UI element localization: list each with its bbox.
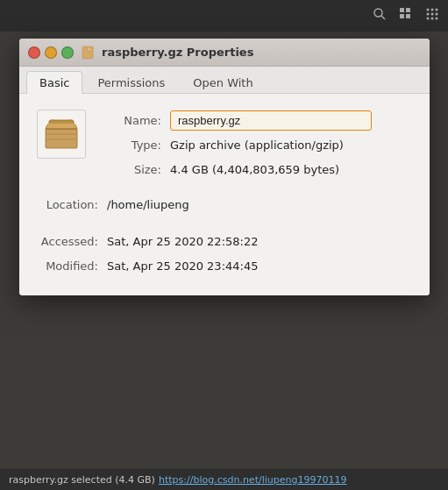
size-label: Size: <box>100 163 170 176</box>
name-row: Name: <box>100 110 412 131</box>
type-value: Gzip archive (application/gzip) <box>170 138 344 152</box>
window-title: raspberry.gz Properties <box>102 46 421 59</box>
file-icon-box <box>37 110 86 159</box>
svg-line-1 <box>381 16 385 19</box>
grid-icon[interactable] <box>399 7 413 25</box>
svg-point-12 <box>427 18 430 20</box>
size-value: 4.4 GB (4,404,803,659 bytes) <box>170 163 339 176</box>
tab-open-with[interactable]: Open With <box>180 71 266 94</box>
type-row: Type: Gzip archive (application/gzip) <box>100 134 412 155</box>
tab-basic[interactable]: Basic <box>26 71 82 94</box>
location-row: Location: /home/liupeng <box>37 194 412 215</box>
close-button[interactable] <box>28 46 40 59</box>
status-bar: raspberry.gz selected (4.4 GB) https://b… <box>0 469 448 490</box>
name-input[interactable] <box>170 110 372 131</box>
title-file-icon <box>81 46 95 60</box>
modified-label: Modified: <box>37 259 107 273</box>
title-bar: raspberry.gz Properties <box>19 39 430 67</box>
status-link[interactable]: https://blog.csdn.net/liupeng19970119 <box>159 474 346 486</box>
svg-point-13 <box>431 18 434 20</box>
file-icon-area: Name: Type: Gzip archive (application/gz… <box>37 110 412 183</box>
top-bar <box>0 0 448 32</box>
fields-block: Name: Type: Gzip archive (application/gz… <box>100 110 412 183</box>
svg-point-8 <box>436 9 438 11</box>
window-buttons <box>28 46 74 59</box>
svg-point-0 <box>374 9 382 17</box>
location-label: Location: <box>37 198 107 211</box>
size-row: Size: 4.4 GB (4,404,803,659 bytes) <box>100 159 412 180</box>
svg-rect-2 <box>400 8 404 12</box>
svg-point-14 <box>436 18 438 20</box>
location-value: /home/liupeng <box>107 198 189 211</box>
svg-point-9 <box>427 13 430 16</box>
maximize-button[interactable] <box>61 46 74 59</box>
properties-window: raspberry.gz Properties Basic Permission… <box>19 39 430 295</box>
apps-icon[interactable] <box>425 7 439 25</box>
modified-row: Modified: Sat, Apr 25 2020 23:44:45 <box>37 255 412 276</box>
svg-point-10 <box>431 13 434 16</box>
tab-permissions[interactable]: Permissions <box>84 71 178 94</box>
accessed-row: Accessed: Sat, Apr 25 2020 22:58:22 <box>37 231 412 252</box>
archive-icon <box>44 118 79 150</box>
tab-bar: Basic Permissions Open With <box>19 67 430 94</box>
svg-rect-4 <box>400 14 404 18</box>
content-area: Name: Type: Gzip archive (application/gz… <box>19 94 430 295</box>
svg-point-7 <box>431 9 434 11</box>
type-label: Type: <box>100 138 170 152</box>
modified-value: Sat, Apr 25 2020 23:44:45 <box>107 259 258 273</box>
svg-rect-16 <box>46 129 77 148</box>
accessed-label: Accessed: <box>37 235 107 248</box>
status-selected-text: raspberry.gz selected (4.4 GB) <box>9 474 155 486</box>
search-icon[interactable] <box>373 7 387 25</box>
accessed-value: Sat, Apr 25 2020 22:58:22 <box>107 235 258 248</box>
svg-rect-5 <box>406 14 410 18</box>
minimize-button[interactable] <box>45 46 57 59</box>
name-label: Name: <box>100 114 170 127</box>
svg-rect-3 <box>406 8 410 12</box>
svg-point-11 <box>436 13 438 16</box>
svg-point-6 <box>427 9 430 11</box>
